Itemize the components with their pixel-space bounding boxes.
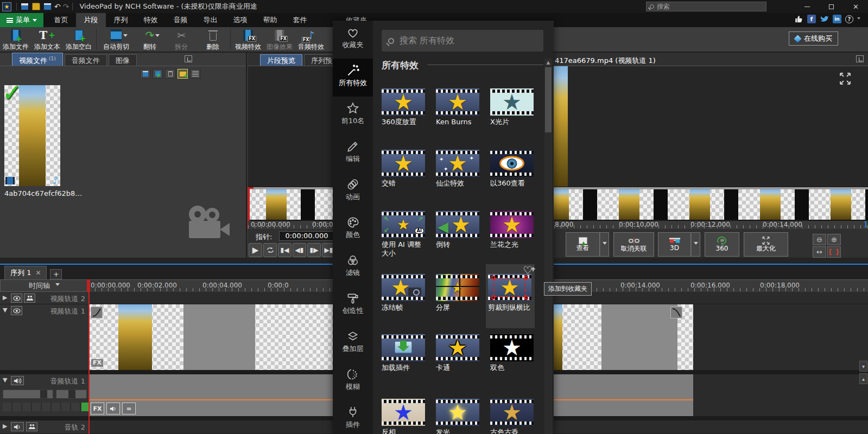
sidebar-item-creative[interactable]: 创造性: [333, 286, 373, 324]
effect-tile[interactable]: ★ 双色: [490, 334, 535, 372]
play-button[interactable]: ▶: [249, 243, 262, 257]
link-icon[interactable]: ∞: [122, 403, 136, 414]
unlink-button[interactable]: 取消关联: [613, 232, 654, 257]
split-button[interactable]: ✂ 拆分: [166, 27, 197, 52]
delete-button[interactable]: 删除: [197, 27, 229, 52]
close-button[interactable]: ✕: [844, 0, 868, 13]
expand-icon[interactable]: ▶: [3, 294, 7, 301]
effect-tile[interactable]: ★ 分屏: [436, 274, 480, 312]
tab-suite[interactable]: 套件: [285, 13, 315, 27]
fade-out-handle[interactable]: [670, 307, 682, 318]
step-back-button[interactable]: ◀▮: [293, 243, 306, 257]
slider-thumb[interactable]: [68, 390, 75, 398]
step-forward-button[interactable]: ▮▶: [307, 243, 321, 257]
effect-tile[interactable]: 加载插件: [382, 334, 426, 372]
collapse-icon[interactable]: ▼: [3, 307, 7, 314]
linkedin-icon[interactable]: in: [833, 15, 841, 23]
scrollbar-thumb[interactable]: [545, 67, 552, 132]
selection-brackets-icon[interactable]: [ ]: [827, 246, 841, 258]
sidebar-item-animation[interactable]: 动画: [333, 173, 373, 210]
view-button[interactable]: 查看: [566, 232, 600, 257]
fullscreen-icon[interactable]: [838, 72, 853, 86]
sidebar-item-filters[interactable]: 滤镜: [333, 248, 373, 286]
3d-button[interactable]: 3D: [658, 232, 691, 257]
tab-home[interactable]: 首页: [46, 13, 76, 27]
effect-tile[interactable]: ★ ↖↗ ↙↘ AI 使用 AI 调整大小: [382, 211, 426, 258]
maximize-button[interactable]: 最大化: [744, 232, 788, 257]
sidebar-item-edit[interactable]: 编辑: [333, 135, 373, 173]
slider-thumb[interactable]: [40, 390, 47, 398]
effect-tile[interactable]: ★ 发光: [436, 399, 480, 434]
dock-panel-icon[interactable]: [856, 55, 864, 62]
go-to-start-button[interactable]: ▮◀: [278, 243, 292, 257]
scroll-up-icon[interactable]: ▲: [544, 59, 552, 66]
fit-width-icon[interactable]: ↔: [813, 246, 826, 258]
speaker-icon[interactable]: [11, 376, 24, 385]
scroll-down-icon[interactable]: ▾: [859, 361, 867, 372]
tab-help[interactable]: 帮助: [255, 13, 285, 27]
fx-badge[interactable]: FX: [91, 359, 104, 367]
effect-tile[interactable]: ★ 古色古香: [490, 399, 535, 434]
tab-clip[interactable]: 片段: [76, 13, 106, 27]
list-view-icon[interactable]: [190, 69, 200, 79]
add-text-button[interactable]: T+ 添加文本: [31, 27, 63, 52]
undo-icon[interactable]: ↶: [54, 3, 61, 10]
effect-tile[interactable]: ★ 兰花之光: [490, 211, 535, 249]
tab-export[interactable]: 导出: [195, 13, 225, 27]
help-icon[interactable]: ?: [845, 15, 853, 23]
export-clip-icon[interactable]: [153, 69, 163, 79]
buy-online-button[interactable]: 在线购买: [789, 31, 838, 46]
sidebar-item-plugins[interactable]: 插件: [333, 400, 373, 434]
scroll-up-icon[interactable]: ▴: [859, 373, 867, 384]
tab-video-files[interactable]: 视频文件(1): [12, 53, 63, 66]
effects-search-input[interactable]: 搜索 所有特效: [382, 30, 543, 52]
twitter-icon[interactable]: [820, 15, 829, 23]
delete-clip-icon[interactable]: [165, 69, 175, 79]
eye-icon[interactable]: [11, 306, 22, 315]
zoom-in-icon[interactable]: ⊕: [827, 234, 841, 245]
tab-images[interactable]: 图像: [109, 54, 137, 66]
sidebar-item-favorites[interactable]: 收藏夹: [333, 21, 373, 59]
eye-icon[interactable]: [11, 293, 22, 303]
titlebar-search-input[interactable]: 搜索: [646, 2, 766, 11]
sidebar-item-top10[interactable]: 前10名: [333, 97, 373, 135]
tab-sequence[interactable]: 序列: [106, 13, 136, 27]
effect-tile-hovered[interactable]: ♡ ★ 剪裁到纵横比: [486, 264, 535, 328]
video-effects-button[interactable]: FX 视频特效: [232, 27, 264, 52]
save-clip-icon[interactable]: [140, 69, 150, 79]
timeline-header-dropdown[interactable]: 时间轴: [0, 279, 88, 292]
volume-slider[interactable]: [3, 390, 53, 399]
zoom-out-icon[interactable]: ⊖: [813, 234, 826, 245]
media-item-thumbnail[interactable]: ✓ ♪: [4, 85, 60, 186]
sidebar-item-blur[interactable]: 模糊: [333, 362, 373, 400]
dock-panel-icon[interactable]: [185, 55, 192, 62]
image-effects-button[interactable]: FX 图像效果: [264, 27, 295, 52]
tab-clip-preview[interactable]: 片段预览: [260, 54, 302, 66]
close-icon[interactable]: ✕: [35, 269, 41, 277]
group-icon[interactable]: [24, 293, 35, 303]
pointer-time-field[interactable]: 0:00:00.000: [279, 231, 334, 241]
facebook-icon[interactable]: f: [807, 15, 816, 23]
effect-tile[interactable]: ★ X光片: [490, 88, 535, 126]
fade-in-handle[interactable]: [91, 307, 103, 318]
sidebar-item-all-effects[interactable]: 所有特效: [333, 59, 373, 97]
effect-tile[interactable]: ★ ✦✦✦ 仙尘特效: [436, 150, 480, 188]
playhead-handle[interactable]: [87, 279, 90, 292]
main-menu-button[interactable]: 菜单: [0, 13, 43, 27]
restore-button[interactable]: [819, 0, 844, 13]
group-icon[interactable]: [26, 422, 37, 431]
save-project-icon[interactable]: [43, 3, 52, 10]
360-button[interactable]: 360: [705, 232, 739, 257]
3d-dropdown[interactable]: [691, 232, 700, 257]
expand-icon[interactable]: ▶: [3, 423, 7, 430]
auto-cut-button[interactable]: 自动剪切: [98, 27, 134, 52]
redo-icon[interactable]: ↷: [63, 3, 69, 10]
like-icon[interactable]: [794, 15, 803, 23]
open-project-icon[interactable]: [32, 3, 40, 10]
fx-badge[interactable]: FX: [91, 403, 104, 414]
speaker-icon[interactable]: [106, 403, 120, 414]
effects-scrollbar[interactable]: ▲: [544, 59, 552, 434]
minimize-button[interactable]: [795, 0, 819, 13]
effect-tile[interactable]: ★ 交错: [382, 150, 426, 188]
effect-tile[interactable]: ★ 卡通: [436, 334, 480, 372]
